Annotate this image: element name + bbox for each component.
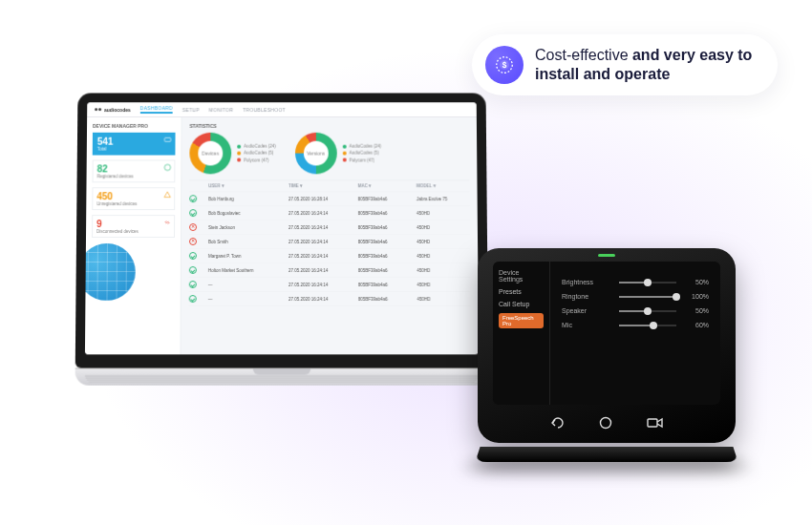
tab-dashboard[interactable]: DASHBOARD (140, 105, 173, 114)
table-row[interactable]: Holton Market Southern 27.05.2020 16:24:… (189, 263, 471, 278)
cell-user: — (208, 297, 283, 302)
tab-setup[interactable]: SETUP (182, 107, 200, 113)
slider-value: 50% (684, 307, 709, 314)
cell-model: 450HD (417, 211, 470, 216)
col-time[interactable]: TIME ▾ (288, 183, 353, 188)
tablet-device: Device Settings Presets Call Setup FreeS… (478, 248, 736, 468)
status-ok-icon (189, 295, 197, 303)
kpi-total[interactable]: 541 Total (93, 133, 176, 156)
tablet-led (598, 254, 615, 257)
tablet-side-item[interactable]: Presets (499, 288, 544, 295)
kpi-unregistered[interactable]: 450 Unregistered devices (92, 187, 175, 210)
status-ok-icon (189, 266, 197, 274)
table-row[interactable]: — 27.05.2020 16:24:14 805BF39ab4a6 450HD (189, 278, 471, 292)
slider-value: 100% (684, 293, 709, 300)
cell-user: Bob Bogoslaviec (208, 211, 283, 216)
brand-logo: audiocodes (95, 107, 131, 113)
slider-value: 50% (684, 279, 709, 285)
device-table: USER ▾ TIME ▾ MAC ▾ MODEL ▾ Bob Hartburg… (189, 179, 471, 306)
donut-b-label: Versions (295, 133, 337, 175)
cell-mac: 805BF39ab4a6 (358, 282, 412, 286)
tab-troubleshoot[interactable]: TROUBLESHOOT (243, 107, 286, 113)
tablet-main: Brightness 50%Ringtone 100%Speaker 50%Mi… (550, 262, 720, 405)
status-error-icon (189, 223, 197, 231)
slider-knob[interactable] (644, 307, 652, 315)
donut-b-legend: AudioCodes (24) AudioCodes (5) Polycom (… (343, 143, 382, 163)
slider-label: Brightness (562, 279, 611, 285)
callout-pill: $ Cost-effective and very easy to instal… (472, 34, 778, 95)
col-model[interactable]: MODEL ▾ (417, 183, 470, 188)
laptop-screen: audiocodes DASHBOARD SETUP MONITOR TROUB… (85, 102, 479, 354)
table-row[interactable]: — 27.05.2020 16:24:14 805BF39ab4a6 450HD (189, 292, 471, 306)
cell-model: 450HD (417, 267, 471, 272)
legend-item: Polycom (47) (237, 157, 276, 163)
kpi-unregistered-value: 450 (96, 192, 170, 201)
legend-item: Polycom (47) (343, 157, 382, 163)
svg-rect-3 (164, 137, 170, 141)
cell-time: 27.05.2020 16:24:14 (288, 253, 353, 258)
slider-row: Ringtone 100% (562, 293, 709, 300)
slider-knob[interactable] (650, 322, 657, 329)
video-icon[interactable] (647, 416, 664, 433)
cell-model: 450HD (417, 253, 470, 258)
laptop-bezel: audiocodes DASHBOARD SETUP MONITOR TROUB… (75, 93, 489, 368)
table-row[interactable]: Stein Jackson 27.05.2020 16:24:14 805BF3… (189, 220, 470, 235)
tablet-side-item[interactable]: Call Setup (499, 301, 544, 307)
svg-point-5 (601, 418, 611, 429)
devices-icon (164, 136, 172, 144)
back-icon[interactable] (549, 416, 565, 433)
cell-user: Stein Jackson (208, 225, 283, 230)
slider-label: Ringtone (562, 293, 611, 300)
table-row[interactable]: Bob Hartburg 27.05.2020 16:28:14 805BF39… (189, 192, 470, 206)
cell-time: 27.05.2020 16:24:14 (288, 211, 353, 216)
slider-track[interactable] (619, 296, 676, 298)
kpi-disconnected[interactable]: 9 Disconnected devices (92, 215, 175, 238)
table-header: USER ▾ TIME ▾ MAC ▾ MODEL ▾ (189, 180, 469, 192)
status-error-icon (189, 238, 197, 245)
donut-a: Devices (189, 133, 231, 175)
tablet-body: Device Settings Presets Call Setup FreeS… (478, 248, 736, 443)
cell-mac: 805BF39ab4a6 (358, 197, 412, 201)
status-ok-icon (189, 209, 197, 217)
app-topbar: audiocodes DASHBOARD SETUP MONITOR TROUB… (87, 102, 477, 117)
tab-monitor[interactable]: MONITOR (209, 107, 233, 113)
legend-item: AudioCodes (5) (237, 150, 276, 157)
cell-user: Bob Smith (208, 239, 283, 243)
slider-track[interactable] (619, 325, 676, 326)
slider-label: Speaker (562, 307, 611, 314)
globe-icon (85, 243, 136, 301)
tablet-stand (475, 447, 737, 462)
donut-b: Versions (295, 133, 337, 175)
kpi-registered[interactable]: 82 Registered devices (93, 159, 176, 182)
col-user[interactable]: USER ▾ (208, 183, 283, 188)
home-icon[interactable] (599, 416, 612, 433)
donut-a-label: Devices (189, 133, 231, 175)
tablet-side-button[interactable]: FreeSpeech Pro (499, 313, 544, 328)
statistics-title: STATISTICS (189, 123, 469, 129)
donut-a-legend: AudioCodes (24) AudioCodes (5) Polycom (… (237, 143, 276, 163)
cell-time: 27.05.2020 16:24:14 (288, 267, 353, 272)
sidebar-title: DEVICE MANAGER PRO (93, 123, 176, 129)
table-row[interactable]: Margaret P. Town 27.05.2020 16:24:14 805… (189, 249, 470, 263)
kpi-registered-value: 82 (97, 164, 171, 174)
donut-b-wrap: Versions AudioCodes (24) AudioCodes (5) … (295, 133, 382, 175)
callout-text: Cost-effective and very easy to install … (535, 46, 757, 84)
kpi-disconnected-label: Disconnected devices (96, 229, 170, 234)
col-mac[interactable]: MAC ▾ (357, 183, 411, 188)
table-row[interactable]: Bob Bogoslaviec 27.05.2020 16:24:14 805B… (189, 206, 470, 220)
slider-knob[interactable] (673, 293, 680, 301)
cell-mac: 805BF39ab4a6 (358, 211, 412, 216)
table-row[interactable]: Bob Smith 27.05.2020 16:24:14 805BF39ab4… (189, 235, 470, 249)
tablet-side-header: Device Settings (499, 269, 544, 283)
slider-track[interactable] (619, 310, 676, 312)
cell-mac: 805BF39ab4a6 (358, 225, 412, 230)
slider-knob[interactable] (644, 279, 652, 286)
cell-mac: 805BF39ab4a6 (358, 267, 412, 272)
cell-mac: 805BF39ab4a6 (358, 297, 412, 302)
slider-row: Mic 60% (562, 322, 709, 328)
cell-mac: 805BF39ab4a6 (358, 239, 412, 243)
slider-track[interactable] (619, 282, 676, 284)
dollar-gear-icon: $ (485, 46, 524, 84)
cell-time: 27.05.2020 16:24:14 (288, 297, 353, 302)
cell-model: 450HD (417, 282, 471, 286)
